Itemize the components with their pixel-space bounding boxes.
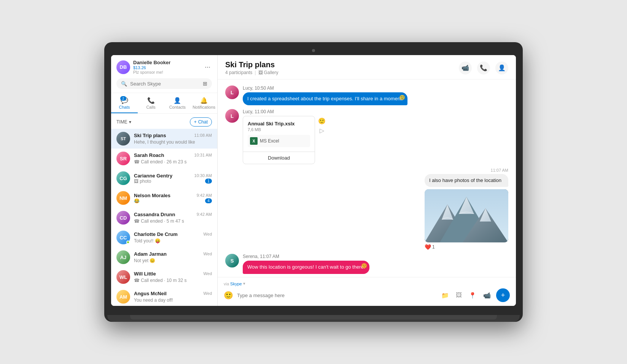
- chat-name: Ski Trip plans: [134, 133, 166, 138]
- chat-name-row: Ski Trip plans 11:08 AM: [134, 133, 212, 138]
- user-details: Danielle Booker $13.26 Plz sponsor me!: [133, 60, 170, 74]
- file-card-body: Annual Ski Trip.xslx 7,6 MB X MS Excel: [243, 116, 315, 152]
- message-group-2: L Lucy, 11:00 AM Annual Ski Trip.xslx 7,…: [225, 109, 326, 164]
- camera-dot: [312, 49, 315, 52]
- gallery-label: Gallery: [264, 70, 278, 75]
- new-chat-label: Chat: [198, 119, 208, 125]
- grid-icon[interactable]: ⊞: [203, 81, 207, 87]
- emoji-reaction-button[interactable]: 🙂: [399, 95, 405, 100]
- chat-avatar-wrap: CG: [116, 171, 130, 185]
- nav-tabs: 2 💬 Chats 📞 Calls 👤 Contacts 🔔 Not: [111, 93, 217, 114]
- chat-name: Charlotte De Crum: [134, 231, 178, 237]
- message-input[interactable]: [237, 293, 436, 298]
- chat-preview: Not yet 😑: [134, 258, 155, 263]
- reaction: ❤️ 1: [425, 244, 508, 250]
- chat-header: Ski Trip plans 4 participants | 🖼 Galler…: [218, 55, 516, 79]
- chat-avatar: CD: [116, 211, 130, 225]
- chat-name-row: Will Little Wed: [134, 271, 212, 277]
- forward-button[interactable]: ▷: [318, 127, 326, 134]
- more-options-button[interactable]: ···: [203, 62, 212, 73]
- chat-avatar: WL: [116, 270, 130, 284]
- gallery-icon: 🖼: [258, 70, 263, 75]
- send-button[interactable]: +: [496, 288, 510, 302]
- time-sort-button[interactable]: TIME ▾: [116, 119, 131, 125]
- chats-badge: 2: [120, 96, 126, 101]
- chat-avatar-wrap: ST: [116, 132, 130, 146]
- chat-item-carianne[interactable]: CG Carianne Gentry 10:30 AM 🖼 photo 1: [111, 168, 217, 188]
- video-call-button[interactable]: 📹: [459, 62, 472, 74]
- chat-info: Will Little Wed ☎ Call ended · 10 m 32 s: [134, 271, 212, 283]
- add-participant-button[interactable]: 👤: [495, 62, 508, 74]
- laptop-bottom: [111, 306, 516, 315]
- via-label: via: [224, 282, 229, 286]
- chat-item-sarah[interactable]: SR Sarah Roach 10:31 AM ☎ Call ended · 2…: [111, 149, 217, 168]
- emoji-picker-button[interactable]: 🙂: [224, 291, 233, 300]
- skype-link[interactable]: Skype: [230, 282, 242, 286]
- tab-notifications[interactable]: 🔔 Notifications: [191, 95, 217, 113]
- chat-time: Wed: [204, 271, 212, 276]
- heart-reaction: ❤️: [425, 244, 431, 250]
- laptop-base: [107, 315, 520, 322]
- chat-item-nelson[interactable]: NM Nelson Morales 9:42 AM 😂 4: [111, 188, 217, 208]
- chat-item-charlotte[interactable]: CC Charlotte De Crum Wed Told you!! 😛: [111, 228, 217, 247]
- message-time: 11:07 AM: [491, 168, 508, 173]
- chat-time: 9:42 AM: [197, 212, 212, 217]
- file-attach-button[interactable]: 📁: [440, 290, 450, 301]
- input-row: 🙂 📁 🖼 📍 📹 +: [224, 288, 510, 302]
- new-chat-button[interactable]: + Chat: [190, 117, 212, 127]
- user-row: DB Danielle Booker $13.26 Plz sponsor me…: [116, 60, 212, 74]
- mountain-image: [425, 189, 508, 242]
- chat-meta: 4 participants | 🖼 Gallery: [225, 70, 278, 75]
- emoji-reaction-button[interactable]: 🙂: [361, 263, 367, 269]
- chat-name: Will Little: [134, 271, 156, 277]
- chat-preview: You need a day off!: [134, 298, 173, 303]
- search-input[interactable]: [130, 81, 200, 87]
- reaction-count: 1: [432, 244, 435, 250]
- chat-item-will[interactable]: WL Will Little Wed ☎ Call ended · 10 m 3…: [111, 267, 217, 287]
- chat-item-ski[interactable]: ST Ski Trip plans 11:08 AM Hehe, I thoug…: [111, 129, 217, 149]
- message-photo[interactable]: [425, 189, 508, 242]
- user-subtitle: Plz sponsor me!: [133, 70, 170, 74]
- tab-chats[interactable]: 2 💬 Chats: [111, 95, 138, 113]
- search-icon: 🔍: [121, 81, 127, 87]
- message-sender: Lucy, 10:50 AM: [243, 85, 407, 91]
- chat-list-header: TIME ▾ + Chat: [111, 114, 217, 129]
- unread-badge: 1: [205, 179, 212, 184]
- chat-item-angus[interactable]: AM Angus McNeil Wed You need a day off!: [111, 287, 217, 306]
- chat-preview: 🖼 photo: [134, 179, 151, 184]
- sidebar-header: DB Danielle Booker $13.26 Plz sponsor me…: [111, 55, 217, 93]
- chat-avatar: AJ: [116, 250, 130, 264]
- message-input-area: via Skype ▾ 🙂 📁 🖼 📍 📹 +: [218, 277, 516, 306]
- gallery-link[interactable]: 🖼 Gallery: [258, 70, 278, 75]
- chat-title: Ski Trip plans: [225, 60, 278, 69]
- chat-item-cassandra[interactable]: CD Cassandra Drunn 9:42 AM ☎ Call ended …: [111, 208, 217, 228]
- chat-preview: Told you!! 😛: [134, 238, 161, 244]
- chat-item-adam[interactable]: AJ Adam Jarman Wed Not yet 😑: [111, 247, 217, 267]
- location-button[interactable]: 📍: [467, 290, 478, 301]
- chat-name: Sarah Roach: [134, 152, 164, 158]
- chat-title-area: Ski Trip plans 4 participants | 🖼 Galler…: [225, 60, 278, 75]
- chat-name-row: Carianne Gentry 10:30 AM: [134, 173, 212, 179]
- voice-call-button[interactable]: 📞: [477, 62, 490, 74]
- chat-info: Sarah Roach 10:31 AM ☎ Call ended · 26 m…: [134, 152, 212, 165]
- phone-icon: 📞: [480, 64, 487, 71]
- avatar: L: [225, 109, 239, 123]
- user-name: Danielle Booker: [133, 60, 170, 65]
- unread-badge: 4: [205, 198, 212, 203]
- calls-label: Calls: [146, 105, 155, 109]
- image-attach-button[interactable]: 🖼: [454, 290, 463, 300]
- message-bubble-wrap: I created a spreadsheet about the trip e…: [243, 92, 407, 105]
- video-message-button[interactable]: 📹: [482, 290, 492, 301]
- chat-info: Nelson Morales 9:42 AM 😂 4: [134, 193, 212, 204]
- tab-contacts[interactable]: 👤 Contacts: [164, 95, 191, 113]
- avatar[interactable]: DB: [116, 60, 130, 74]
- download-button[interactable]: Download: [243, 152, 315, 164]
- file-card: Annual Ski Trip.xslx 7,6 MB X MS Excel D…: [243, 116, 315, 164]
- tab-calls[interactable]: 📞 Calls: [138, 95, 164, 113]
- emoji-button[interactable]: 🙂: [318, 117, 326, 125]
- chat-name-row: Nelson Morales 9:42 AM: [134, 193, 212, 198]
- chat-preview-row: 🖼 photo 1: [134, 179, 212, 184]
- chat-preview: ☎ Call ended · 26 m 23 s: [134, 159, 186, 165]
- file-message-row: Annual Ski Trip.xslx 7,6 MB X MS Excel D…: [243, 116, 326, 164]
- message-sender: Lucy, 11:00 AM: [243, 109, 326, 114]
